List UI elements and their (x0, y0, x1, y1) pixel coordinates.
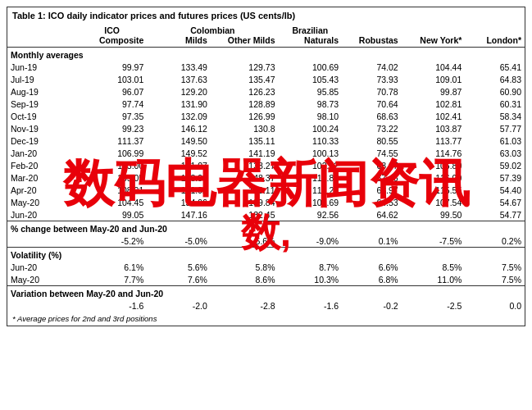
row-label: May-20 (7, 273, 77, 286)
row-cell: 100.24 (278, 122, 342, 134)
table-row: Jun-206.1%5.6%5.8%8.7%6.6%8.5%7.5% (7, 261, 525, 273)
row-cell: -9.0% (278, 235, 342, 248)
row-cell: 107.54 (402, 196, 466, 208)
table-row: Dec-19111.37149.50135.11110.3380.55113.7… (7, 134, 525, 147)
row-cell: 95.85 (278, 85, 342, 98)
row-cell: 106.80 (402, 159, 466, 171)
row-cell: 54.67 (465, 196, 525, 208)
table-row: Aug-1996.07129.20126.2395.8570.7899.8760… (7, 85, 525, 98)
row-cell: 65.41 (465, 61, 525, 73)
row-cell: 102.41 (402, 110, 466, 122)
section-header-cell: Volatility (%) (7, 248, 525, 262)
row-cell: 0.0 (465, 299, 525, 312)
row-cell: -2.5 (402, 299, 466, 312)
row-label: Apr-20 (7, 184, 77, 196)
row-cell: 60.31 (465, 98, 525, 110)
row-label: Oct-19 (7, 110, 77, 122)
row-cell: 97.35 (77, 110, 147, 122)
row-cell: 7.5% (465, 261, 525, 273)
row-cell: 54.77 (465, 208, 525, 221)
th-empty (7, 24, 77, 35)
row-cell: 135.11 (211, 134, 279, 147)
row-cell: 5.8% (211, 261, 279, 273)
row-cell: 57.39 (465, 171, 525, 184)
row-cell: 154.96 (147, 196, 211, 208)
row-cell: 59.02 (465, 159, 525, 171)
row-cell: -1.6 (278, 299, 342, 312)
row-cell: 92.56 (278, 208, 342, 221)
section-header-row: Monthly averages (7, 48, 525, 61)
row-cell: 113.77 (402, 134, 466, 147)
row-label: Nov-19 (7, 122, 77, 134)
row-cell: 106.99 (77, 147, 147, 159)
th-ico: ICO (77, 24, 147, 35)
row-cell: 115.55 (402, 184, 466, 196)
row-cell: 137.63 (147, 73, 211, 85)
row-cell: 68.07 (342, 159, 402, 171)
row-cell: 74.02 (342, 61, 402, 73)
row-cell: 111.37 (77, 134, 147, 147)
row-cell: 57.77 (465, 122, 525, 134)
row-cell: 102.62 (278, 159, 342, 171)
row-cell: 109.01 (402, 73, 466, 85)
th-robustas: Robustas (342, 35, 402, 48)
row-cell: 108.91 (77, 184, 147, 196)
row-cell: 126.23 (211, 85, 279, 98)
row-cell: 109.05 (77, 171, 147, 184)
row-cell: 96.07 (77, 85, 147, 98)
table-header-row-2: Composite Milds Other Milds Naturals Rob… (7, 35, 525, 48)
row-cell: 130.8 (211, 122, 279, 134)
row-cell: -7.5% (402, 235, 466, 248)
row-label: Mar-20 (7, 171, 77, 184)
row-cell: 104.44 (402, 61, 466, 73)
row-cell: -5.6% (211, 235, 279, 248)
row-cell: 104.45 (77, 196, 147, 208)
row-cell: 110.33 (278, 134, 342, 147)
row-cell: -2.8 (211, 299, 279, 312)
row-cell: 70.78 (342, 85, 402, 98)
row-cell: 6.1% (77, 261, 147, 273)
row-label: Sep-19 (7, 98, 77, 110)
row-cell: -0.2 (342, 299, 402, 312)
row-cell: 70.64 (342, 98, 402, 110)
row-cell: 98.10 (278, 110, 342, 122)
row-cell: 99.87 (402, 85, 466, 98)
row-cell: 63.97 (342, 184, 402, 196)
row-cell: 103.01 (77, 73, 147, 85)
row-cell: 68.63 (342, 110, 402, 122)
row-cell: 132.09 (147, 110, 211, 122)
row-cell: -1.6 (77, 299, 147, 312)
section-header-row: % change between May-20 and Jun-20 (7, 221, 525, 235)
row-cell: 149.50 (147, 134, 211, 147)
row-cell: 0.2% (465, 235, 525, 248)
row-cell: 103.00 (77, 159, 147, 171)
row-cell: 10.3% (278, 273, 342, 286)
row-cell: 102.81 (402, 98, 466, 110)
row-cell: 114.76 (402, 147, 466, 159)
row-cell: 111.22 (278, 184, 342, 196)
row-label (7, 299, 77, 312)
table-row: -1.6-2.0-2.8-1.6-0.2-2.50.0 (7, 299, 525, 312)
row-label: Aug-19 (7, 85, 77, 98)
th-ny-empty (402, 24, 466, 35)
th-naturals: Naturals (278, 35, 342, 48)
th-london-empty (465, 24, 525, 35)
row-cell: 7.7% (77, 273, 147, 286)
row-label: Jun-19 (7, 61, 77, 73)
row-cell: 73.93 (342, 73, 402, 85)
row-cell: 100.13 (278, 147, 342, 159)
row-cell: 131.90 (147, 98, 211, 110)
row-cell: 64.53 (342, 196, 402, 208)
row-cell: 138.27 (211, 159, 279, 171)
row-label (7, 235, 77, 248)
row-cell: 99.97 (77, 61, 147, 73)
row-cell: 0.1% (342, 235, 402, 248)
row-cell: 6.6% (342, 261, 402, 273)
row-cell: 158.99 (147, 171, 211, 184)
row-cell: 146.12 (147, 122, 211, 134)
th-label-empty (7, 35, 77, 48)
row-cell: 97.74 (77, 98, 147, 110)
row-cell: 61.03 (465, 134, 525, 147)
th-milds: Milds (147, 35, 211, 48)
row-label: Jun-20 (7, 208, 77, 221)
